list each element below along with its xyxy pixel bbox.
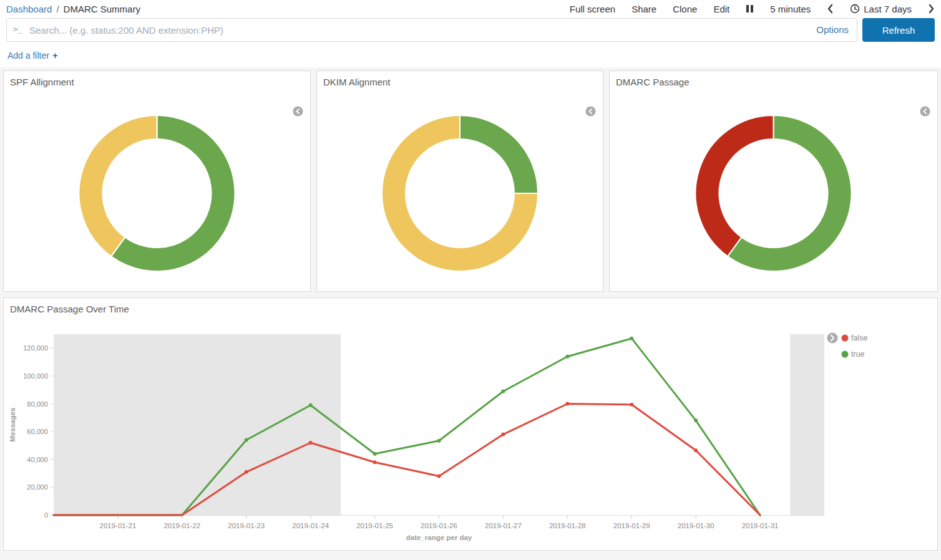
pause-refresh-button[interactable] bbox=[746, 4, 754, 13]
panel-dmarc-passage: DMARC Passage bbox=[609, 70, 938, 292]
y-tick-label: 20,000 bbox=[27, 483, 48, 491]
pause-icon bbox=[746, 4, 754, 13]
data-point-true bbox=[309, 403, 313, 407]
y-tick-label: 40,000 bbox=[27, 456, 48, 463]
legend-swatch bbox=[842, 335, 849, 342]
y-tick-label: 0 bbox=[44, 511, 48, 519]
panel-dkim-alignment: DKIM Alignment bbox=[316, 70, 603, 292]
data-point-false bbox=[373, 460, 377, 464]
plus-icon: + bbox=[52, 50, 58, 60]
donut-slice-1[interactable] bbox=[695, 115, 773, 256]
data-point-true bbox=[373, 452, 377, 456]
time-range-shaded-band-1 bbox=[790, 334, 824, 515]
page-title: DMARC Summary bbox=[64, 4, 140, 14]
panel-title: DMARC Passage bbox=[610, 71, 937, 93]
time-back-button[interactable] bbox=[827, 4, 834, 14]
chevron-left-icon bbox=[827, 4, 834, 14]
menu-edit[interactable]: Edit bbox=[713, 4, 729, 14]
refresh-interval-label[interactable]: 5 minutes bbox=[770, 4, 811, 14]
add-filter-label: Add a filter bbox=[7, 51, 49, 60]
x-tick-label: 2019-01-22 bbox=[163, 522, 200, 529]
data-point-true bbox=[437, 439, 441, 443]
legend-label: false bbox=[851, 334, 867, 342]
menu-share[interactable]: Share bbox=[631, 4, 656, 14]
data-point-false bbox=[437, 475, 441, 478]
search-options-link[interactable]: Options bbox=[816, 24, 849, 35]
data-point-false bbox=[630, 403, 633, 407]
time-range-shaded-band-0 bbox=[54, 334, 341, 515]
x-tick-label: 2019-01-21 bbox=[100, 522, 137, 529]
x-tick-label: 2019-01-24 bbox=[292, 522, 329, 529]
legend-label: true bbox=[851, 350, 865, 359]
legend-item-false[interactable]: false bbox=[842, 334, 868, 342]
x-tick-label: 2019-01-26 bbox=[421, 522, 457, 529]
data-point-false bbox=[245, 470, 248, 474]
panel-title: SPF Allignment bbox=[4, 71, 310, 93]
collapse-legend-icon[interactable] bbox=[920, 106, 930, 117]
query-prompt-icon: >_ bbox=[13, 24, 22, 34]
dkim-alignment-donut-chart bbox=[317, 71, 603, 291]
data-point-true bbox=[694, 418, 698, 422]
top-menu: Full screen Share Clone Edit 5 minutes bbox=[570, 4, 935, 14]
clock-icon bbox=[850, 4, 860, 14]
data-point-true bbox=[630, 337, 633, 340]
donut-slice-0[interactable] bbox=[460, 115, 538, 193]
dashboard-grid: SPF Allignment DKIM Alignment DMARC Pass… bbox=[0, 67, 941, 560]
filter-bar: Add a filter + bbox=[0, 42, 941, 67]
y-tick-label: 100,000 bbox=[23, 372, 48, 380]
spf-alignment-donut-chart bbox=[4, 71, 310, 291]
x-tick-label: 2019-01-23 bbox=[228, 522, 265, 529]
x-tick-label: 2019-01-28 bbox=[549, 522, 586, 529]
data-point-false bbox=[694, 448, 698, 452]
data-point-false bbox=[501, 433, 505, 437]
search-row: >_ Options Refresh bbox=[0, 16, 941, 42]
data-point-false bbox=[565, 402, 569, 406]
data-point-true bbox=[501, 389, 505, 393]
top-panel-row: SPF Allignment DKIM Alignment DMARC Pass… bbox=[3, 70, 938, 292]
data-point-true bbox=[245, 438, 248, 442]
y-tick-label: 120,000 bbox=[23, 344, 48, 352]
panel-title: DKIM Alignment bbox=[317, 71, 603, 93]
add-filter-button[interactable]: Add a filter + bbox=[7, 50, 58, 60]
x-axis-title: date_range per day bbox=[406, 534, 472, 541]
data-point-false bbox=[309, 441, 313, 445]
y-axis-title: Messages bbox=[9, 408, 16, 442]
collapse-legend-icon[interactable] bbox=[293, 106, 303, 117]
data-point-true bbox=[565, 355, 569, 359]
chevron-right-icon bbox=[928, 4, 935, 14]
menu-clone[interactable]: Clone bbox=[673, 4, 697, 14]
search-box: >_ Options bbox=[6, 18, 857, 42]
panel-dmarc-passage-over-time: DMARC Passage Over Time 020,00040,00060,… bbox=[3, 297, 938, 551]
breadcrumb-separator: / bbox=[56, 4, 59, 14]
time-range-picker[interactable]: Last 7 days bbox=[850, 4, 912, 14]
search-input[interactable] bbox=[6, 18, 857, 42]
x-tick-label: 2019-01-27 bbox=[485, 522, 522, 529]
legend-swatch bbox=[842, 351, 849, 358]
menu-full-screen[interactable]: Full screen bbox=[570, 4, 615, 14]
x-tick-label: 2019-01-30 bbox=[678, 522, 714, 529]
y-tick-label: 60,000 bbox=[27, 428, 48, 435]
breadcrumb: Dashboard / DMARC Summary bbox=[6, 4, 140, 14]
bottom-panel-row: DMARC Passage Over Time 020,00040,00060,… bbox=[3, 297, 938, 551]
y-tick-label: 80,000 bbox=[27, 400, 48, 408]
x-tick-label: 2019-01-25 bbox=[356, 522, 393, 529]
collapse-legend-icon[interactable] bbox=[585, 106, 596, 117]
panel-title: DMARC Passage Over Time bbox=[4, 298, 937, 320]
x-tick-label: 2019-01-31 bbox=[742, 522, 779, 529]
expand-legend-icon[interactable] bbox=[827, 333, 838, 344]
donut-slice-1[interactable] bbox=[79, 115, 157, 256]
dmarc-passage-donut-chart bbox=[610, 71, 937, 291]
breadcrumb-dashboard-link[interactable]: Dashboard bbox=[6, 4, 52, 14]
x-tick-label: 2019-01-29 bbox=[613, 522, 650, 529]
legend-item-true[interactable]: true bbox=[842, 350, 865, 359]
top-bar: Dashboard / DMARC Summary Full screen Sh… bbox=[0, 0, 941, 16]
refresh-button[interactable]: Refresh bbox=[862, 18, 935, 42]
panel-spf-alignment: SPF Allignment bbox=[3, 70, 311, 292]
dmarc-passage-over-time-line-chart: 020,00040,00060,00080,000100,000120,0002… bbox=[4, 298, 937, 550]
time-forward-button[interactable] bbox=[928, 4, 935, 14]
time-range-label: Last 7 days bbox=[864, 4, 912, 14]
kibana-dashboard-app: Dashboard / DMARC Summary Full screen Sh… bbox=[0, 0, 941, 560]
